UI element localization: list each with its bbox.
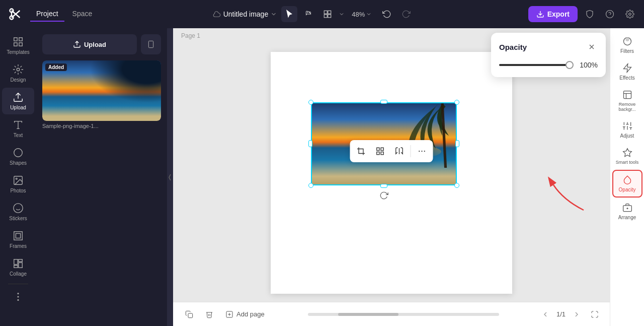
layout-dropdown-icon	[339, 11, 345, 17]
topbar-center: Untitled image 48%	[102, 6, 524, 22]
opacity-slider[interactable]	[499, 64, 573, 66]
settings-btn[interactable]	[622, 6, 638, 22]
tab-project[interactable]: Project	[30, 7, 64, 22]
zoom-dropdown-icon	[366, 11, 372, 17]
crop-btn[interactable]	[352, 142, 370, 160]
delete-page-btn[interactable]	[201, 306, 217, 322]
topbar: Project Space Untitled image 48%	[0, 0, 644, 28]
svg-rect-14	[14, 43, 17, 46]
handle-mid-right[interactable]	[455, 140, 459, 147]
scrollbar-track[interactable]	[308, 313, 499, 316]
svg-point-33	[18, 300, 19, 301]
sidebar-item-stickers-label: Stickers	[9, 216, 27, 221]
shield-btn[interactable]	[582, 6, 598, 22]
select-tool-btn[interactable]	[281, 6, 297, 22]
svg-rect-25	[14, 232, 23, 240]
svg-marker-49	[623, 64, 631, 73]
add-page-btn[interactable]: Add page	[221, 306, 269, 322]
sidebar-item-text[interactable]: Text	[2, 115, 34, 142]
upload-panel: Upload Added Sample-png-image-1...	[36, 28, 167, 326]
canvas-wrapper[interactable]	[173, 43, 610, 302]
right-panel-arrange[interactable]: Arrange	[612, 199, 642, 224]
duplicate-page-btn[interactable]	[181, 306, 197, 322]
dropdown-icon	[270, 11, 277, 18]
effects-label: Effects	[619, 75, 634, 81]
opacity-close-btn[interactable]	[586, 41, 598, 53]
right-panel-smart-tools[interactable]: Smart tools	[612, 144, 642, 169]
mobile-upload-btn[interactable]	[141, 34, 161, 54]
sidebar-divider	[8, 284, 28, 284]
sidebar-item-frames-label: Frames	[10, 243, 27, 249]
svg-rect-28	[19, 259, 22, 262]
save-cloud-icon	[212, 10, 221, 19]
sidebar-item-shapes[interactable]: Shapes	[2, 143, 34, 170]
export-button[interactable]: Export	[528, 6, 578, 22]
sidebar-item-collage[interactable]: Collage	[2, 254, 34, 281]
opacity-thumb[interactable]	[566, 61, 574, 69]
opacity-slider-row: 100%	[499, 61, 598, 69]
arrange-label: Arrange	[618, 215, 636, 220]
svg-point-43	[424, 150, 425, 151]
right-panel-remove-bg[interactable]: Remove backgr...	[612, 86, 642, 116]
tab-space[interactable]: Space	[66, 7, 99, 22]
rotate-handle[interactable]	[379, 190, 389, 201]
opacity-panel-header: Opacity	[499, 41, 598, 53]
layout-tool-btn[interactable]	[319, 6, 336, 22]
right-panel-opacity[interactable]: Opacity	[612, 170, 642, 198]
svg-point-41	[419, 150, 420, 151]
pan-tool-btn[interactable]	[300, 6, 316, 22]
next-page-btn[interactable]	[570, 307, 584, 321]
bottom-center	[273, 313, 534, 316]
sidebar-item-design[interactable]: Design	[2, 60, 34, 87]
upload-button[interactable]: Upload	[42, 34, 137, 54]
right-panel-adjust[interactable]: Adjust	[612, 117, 642, 143]
handle-mid-left[interactable]	[308, 140, 312, 147]
svg-rect-39	[381, 152, 383, 154]
toolbar-divider	[411, 145, 411, 157]
scrollbar-thumb[interactable]	[338, 313, 398, 316]
right-panel-filters[interactable]: Filters	[612, 32, 642, 58]
redo-btn[interactable]	[398, 6, 414, 22]
adjust-label: Adjust	[620, 133, 634, 139]
svg-rect-5	[324, 11, 327, 14]
filters-label: Filters	[620, 48, 634, 54]
sidebar-item-text-label: Text	[14, 133, 23, 138]
prev-page-btn[interactable]	[538, 307, 552, 321]
panel-header: Upload	[36, 28, 167, 60]
svg-point-32	[18, 293, 19, 294]
sidebar-item-photos[interactable]: Photos	[2, 171, 34, 198]
sidebar-item-more[interactable]	[2, 287, 34, 306]
sidebar-item-templates[interactable]: Templates	[2, 32, 34, 59]
handle-bottom-mid[interactable]	[380, 184, 387, 188]
handle-bottom-right[interactable]	[454, 183, 459, 188]
handle-top-left[interactable]	[308, 100, 313, 105]
help-btn[interactable]	[602, 6, 618, 22]
fullscreen-btn[interactable]	[588, 307, 602, 321]
app-logo[interactable]	[6, 5, 24, 23]
sidebar-item-frames[interactable]: Frames	[2, 226, 34, 253]
sidebar-item-upload[interactable]: Upload	[2, 88, 34, 114]
document-title-area[interactable]: Untitled image	[212, 10, 278, 19]
svg-rect-26	[16, 233, 20, 238]
page-info: 1/1	[556, 310, 566, 318]
svg-rect-50	[623, 91, 631, 99]
grid-btn[interactable]	[371, 142, 389, 160]
right-panel-effects[interactable]: Effects	[612, 59, 642, 85]
flip-btn[interactable]	[390, 142, 409, 160]
svg-rect-44	[188, 313, 193, 318]
uploaded-image-thumb[interactable]: Added	[42, 60, 161, 121]
panel-collapse-handle[interactable]	[167, 28, 173, 326]
sidebar-item-stickers[interactable]: Stickers	[2, 199, 34, 225]
handle-bottom-left[interactable]	[308, 183, 313, 188]
bottom-right: 1/1	[538, 307, 602, 321]
sidebar-item-templates-label: Templates	[7, 49, 30, 55]
svg-point-9	[606, 11, 614, 18]
zoom-control[interactable]: 48%	[348, 9, 376, 20]
svg-rect-12	[14, 38, 17, 41]
sidebar-item-photos-label: Photos	[10, 188, 26, 193]
document-title: Untitled image	[223, 10, 269, 18]
more-options-btn[interactable]	[413, 142, 431, 160]
right-panel: Filters Effects Remove backgr... Adjust …	[610, 28, 644, 326]
undo-btn[interactable]	[379, 6, 395, 22]
remove-bg-label: Remove backgr...	[614, 102, 640, 112]
